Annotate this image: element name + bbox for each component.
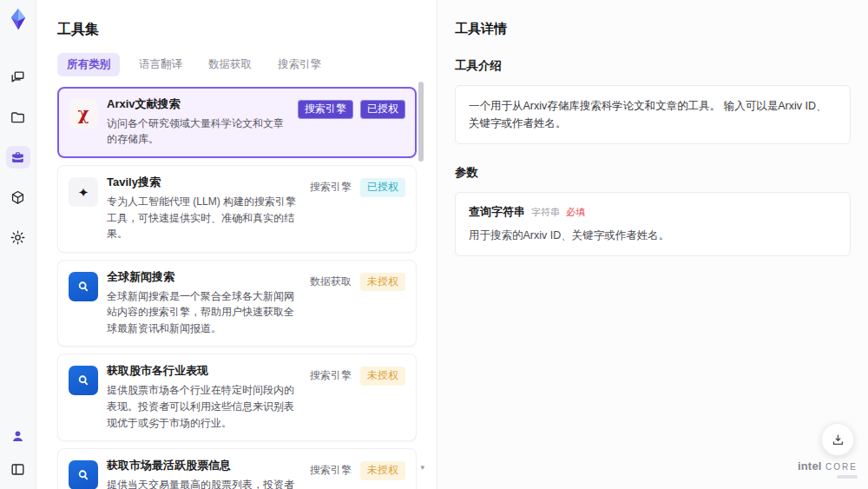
user-icon	[10, 428, 26, 445]
tool-name: Arxiv文献搜索	[107, 97, 289, 112]
param-type: 字符串	[531, 206, 560, 219]
detail-title: 工具详情	[455, 21, 851, 37]
download-icon	[831, 433, 845, 447]
category-tabs: 所有类别 语言翻译 数据获取 搜索引擎	[57, 53, 416, 76]
search-app-icon	[69, 272, 98, 301]
scrollbar-down-arrow[interactable]: ▾	[420, 463, 424, 472]
toolbox-icon	[10, 149, 26, 166]
tool-description: 全球新闻搜索是一个聚合全球各大新闻网站内容的搜索引擎，帮助用户快速获取全球最新资…	[107, 288, 299, 337]
arxiv-icon: χ	[69, 99, 98, 129]
tool-category-badge: 搜索引擎	[308, 367, 353, 386]
tool-text: 全球新闻搜索 全球新闻搜索是一个聚合全球各大新闻网站内容的搜索引擎，帮助用户快速…	[98, 270, 308, 337]
params-heading: 参数	[455, 165, 851, 181]
rail-bottom	[6, 425, 30, 480]
tool-category-badge: 数据获取	[308, 273, 353, 292]
tool-name: 获取市场最活跃股票信息	[107, 459, 299, 473]
tool-detail-panel: 工具详情 工具介绍 一个用于从Arxiv存储库搜索科学论文和文章的工具。 输入可…	[437, 0, 868, 489]
tool-badges: 搜索引擎 已授权	[298, 100, 405, 119]
tool-name: Tavily搜索	[107, 175, 299, 190]
scrollbar-thumb[interactable]	[418, 82, 424, 162]
category-tab[interactable]: 所有类别	[57, 53, 120, 76]
intel-badge-subbar	[837, 475, 858, 479]
app-logo-icon	[6, 7, 30, 31]
chat-icon	[10, 69, 26, 86]
tool-description: 提供股票市场各个行业在特定时间段内的表现。投资者可以利用这些信息来识别表现优于或…	[107, 382, 299, 431]
tool-card[interactable]: 获取市场最活跃股票信息 提供当天交易量最高的股票列表，投资者可以利用这些信息来识…	[57, 448, 417, 489]
tool-category-badge: 搜索引擎	[308, 178, 353, 197]
sidebar-item-user[interactable]	[6, 425, 30, 447]
tool-card[interactable]: 全球新闻搜索 全球新闻搜索是一个聚合全球各大新闻网站内容的搜索引擎，帮助用户快速…	[57, 260, 417, 347]
tab-label: 数据获取	[208, 58, 252, 70]
param-name: 查询字符串	[469, 204, 525, 220]
cube-icon	[10, 189, 26, 206]
tab-label: 语言翻译	[139, 58, 182, 70]
tool-description: 访问各个研究领域大量科学论文和文章的存储库。	[107, 116, 289, 148]
tool-status-badge: 未授权	[360, 461, 405, 480]
param-required-flag: 必填	[566, 206, 585, 219]
tool-description: 专为人工智能代理 (LLM) 构建的搜索引擎工具，可快速提供实时、准确和真实的结…	[107, 194, 299, 242]
tool-name: 全球新闻搜索	[107, 270, 299, 285]
params-list: 查询字符串 字符串 必填 用于搜索的Arxiv ID、关键字或作者姓名。	[455, 192, 851, 256]
download-button[interactable]	[821, 423, 854, 456]
category-tab[interactable]: 搜索引擎	[271, 53, 328, 76]
param-card: 查询字符串 字符串 必填 用于搜索的Arxiv ID、关键字或作者姓名。	[455, 192, 851, 256]
tool-badges: 搜索引擎 已授权	[308, 178, 405, 197]
tools-list-panel: 工具集 所有类别 语言翻译 数据获取 搜索引擎 χ Arxiv文献搜索 访问各个…	[36, 0, 437, 489]
left-rail	[0, 0, 36, 489]
tool-status-badge: 未授权	[360, 273, 405, 292]
sidebar-item-folder[interactable]	[6, 106, 30, 129]
tool-badges: 数据获取 未授权	[308, 273, 405, 292]
search-app-icon	[69, 366, 98, 395]
tool-card[interactable]: 获取股市各行业表现 提供股票市场各个行业在特定时间段内的表现。投资者可以利用这些…	[57, 354, 417, 441]
intel-logo-text: intel	[798, 459, 822, 472]
tool-text: Arxiv文献搜索 访问各个研究领域大量科学论文和文章的存储库。	[98, 97, 298, 148]
tool-category-badge: 搜索引擎	[298, 100, 353, 119]
tool-cards-list: χ Arxiv文献搜索 访问各个研究领域大量科学论文和文章的存储库。 搜索引擎 …	[57, 87, 417, 489]
category-tab[interactable]: 数据获取	[201, 53, 259, 76]
sidebar-item-chat[interactable]	[6, 66, 30, 89]
core-logo-text: CORE	[825, 462, 858, 472]
sidebar-item-settings[interactable]	[6, 226, 30, 248]
param-head: 查询字符串 字符串 必填	[469, 204, 837, 220]
sidebar-item-panels[interactable]	[6, 458, 30, 480]
page-title: 工具集	[57, 21, 416, 39]
tool-name: 获取股市各行业表现	[107, 364, 299, 379]
folder-icon	[10, 109, 26, 126]
tool-text: Tavily搜索 专为人工智能代理 (LLM) 构建的搜索引擎工具，可快速提供实…	[98, 175, 308, 242]
tool-text: 获取股市各行业表现 提供股票市场各个行业在特定时间段内的表现。投资者可以利用这些…	[98, 364, 308, 431]
intel-core-badge: intel CORE	[798, 459, 858, 479]
sidebar-item-cube[interactable]	[6, 186, 30, 208]
intro-heading: 工具介绍	[455, 58, 851, 74]
rail-nav	[6, 66, 30, 248]
intro-text: 一个用于从Arxiv存储库搜索科学论文和文章的工具。 输入可以是Arxiv ID…	[455, 85, 851, 144]
tool-card[interactable]: χ Arxiv文献搜索 访问各个研究领域大量科学论文和文章的存储库。 搜索引擎 …	[57, 87, 417, 158]
search-app-icon	[69, 460, 98, 489]
tool-text: 获取市场最活跃股票信息 提供当天交易量最高的股票列表，投资者可以利用这些信息来识…	[98, 459, 308, 489]
tavily-icon: ✦	[69, 177, 98, 207]
sidebar-item-toolbox[interactable]	[6, 146, 30, 169]
settings-icon	[10, 229, 26, 246]
panels-icon	[10, 461, 26, 478]
tool-status-badge: 未授权	[360, 367, 405, 386]
tool-card[interactable]: ✦ Tavily搜索 专为人工智能代理 (LLM) 构建的搜索引擎工具，可快速提…	[57, 165, 417, 253]
tool-badges: 搜索引擎 未授权	[308, 367, 405, 386]
tab-label: 所有类别	[67, 58, 110, 70]
tool-badges: 搜索引擎 未授权	[308, 461, 405, 480]
tab-label: 搜索引擎	[278, 58, 321, 70]
category-tab[interactable]: 语言翻译	[132, 53, 189, 76]
param-description: 用于搜索的Arxiv ID、关键字或作者姓名。	[469, 228, 837, 244]
tool-status-badge: 已授权	[360, 100, 405, 119]
tool-category-badge: 搜索引擎	[308, 461, 353, 480]
tool-status-badge: 已授权	[360, 178, 405, 197]
tool-description: 提供当天交易量最高的股票列表，投资者可以利用这些信息来识别流动性强的股票和潜在的…	[107, 477, 299, 489]
